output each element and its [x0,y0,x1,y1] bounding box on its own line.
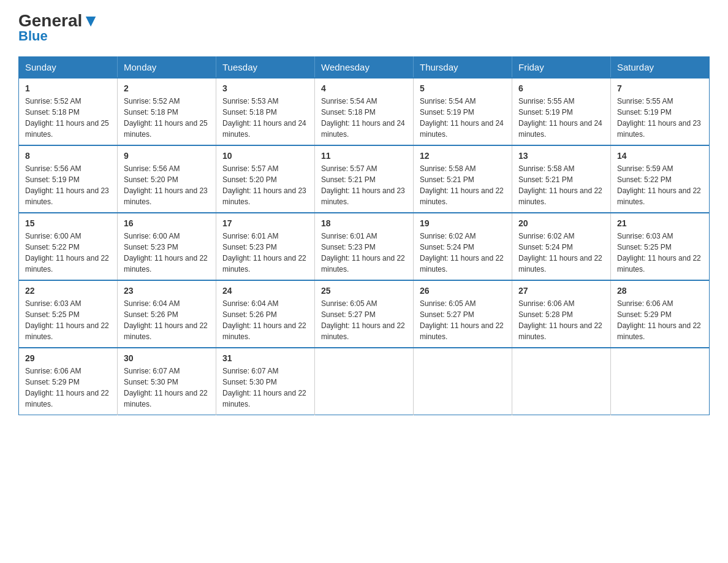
day-info: Sunrise: 6:01 AMSunset: 5:23 PMDaylight:… [321,232,405,274]
day-info: Sunrise: 5:56 AMSunset: 5:20 PMDaylight:… [124,164,208,206]
day-number: 24 [222,286,308,296]
day-info: Sunrise: 5:55 AMSunset: 5:19 PMDaylight:… [617,97,701,139]
day-info: Sunrise: 6:01 AMSunset: 5:23 PMDaylight:… [222,232,306,274]
calendar-cell: 11 Sunrise: 5:57 AMSunset: 5:21 PMDaylig… [315,145,414,213]
logo-text: General▼ [18,12,99,29]
calendar-week-row: 8 Sunrise: 5:56 AMSunset: 5:19 PMDayligh… [19,145,710,213]
day-number: 26 [420,286,506,296]
calendar-cell: 15 Sunrise: 6:00 AMSunset: 5:22 PMDaylig… [19,213,118,280]
day-header-monday: Monday [118,57,216,79]
day-header-tuesday: Tuesday [216,57,315,79]
calendar-week-row: 15 Sunrise: 6:00 AMSunset: 5:22 PMDaylig… [19,213,710,280]
day-info: Sunrise: 6:05 AMSunset: 5:27 PMDaylight:… [420,299,504,341]
calendar-cell: 12 Sunrise: 5:58 AMSunset: 5:21 PMDaylig… [414,145,512,213]
day-number: 18 [321,218,407,228]
day-info: Sunrise: 5:56 AMSunset: 5:19 PMDaylight:… [25,164,109,206]
day-number: 7 [617,83,703,93]
day-number: 30 [124,353,210,363]
calendar-cell: 23 Sunrise: 6:04 AMSunset: 5:26 PMDaylig… [118,280,216,348]
day-number: 1 [25,83,111,93]
day-info: Sunrise: 6:04 AMSunset: 5:26 PMDaylight:… [222,299,306,341]
calendar-cell: 24 Sunrise: 6:04 AMSunset: 5:26 PMDaylig… [216,280,315,348]
calendar-cell: 4 Sunrise: 5:54 AMSunset: 5:18 PMDayligh… [315,78,414,145]
day-header-friday: Friday [512,57,611,79]
calendar-week-row: 1 Sunrise: 5:52 AMSunset: 5:18 PMDayligh… [19,78,710,145]
day-info: Sunrise: 5:52 AMSunset: 5:18 PMDaylight:… [124,97,208,139]
day-header-thursday: Thursday [414,57,512,79]
calendar-cell: 21 Sunrise: 6:03 AMSunset: 5:25 PMDaylig… [611,213,710,280]
day-number: 17 [222,218,308,228]
calendar-cell [611,348,710,415]
day-info: Sunrise: 6:00 AMSunset: 5:23 PMDaylight:… [124,232,208,274]
calendar-cell: 25 Sunrise: 6:05 AMSunset: 5:27 PMDaylig… [315,280,414,348]
day-info: Sunrise: 6:06 AMSunset: 5:29 PMDaylight:… [25,367,109,408]
day-info: Sunrise: 6:03 AMSunset: 5:25 PMDaylight:… [617,232,701,274]
calendar-cell: 13 Sunrise: 5:58 AMSunset: 5:21 PMDaylig… [512,145,611,213]
logo: General▼ Blue [18,12,99,44]
day-number: 15 [25,218,111,228]
day-number: 25 [321,286,407,296]
day-info: Sunrise: 5:59 AMSunset: 5:22 PMDaylight:… [617,164,701,206]
calendar-cell: 9 Sunrise: 5:56 AMSunset: 5:20 PMDayligh… [118,145,216,213]
calendar-cell: 27 Sunrise: 6:06 AMSunset: 5:28 PMDaylig… [512,280,611,348]
calendar-cell: 16 Sunrise: 6:00 AMSunset: 5:23 PMDaylig… [118,213,216,280]
day-info: Sunrise: 5:57 AMSunset: 5:21 PMDaylight:… [321,164,405,206]
calendar-week-row: 22 Sunrise: 6:03 AMSunset: 5:25 PMDaylig… [19,280,710,348]
day-number: 20 [518,218,604,228]
day-info: Sunrise: 6:07 AMSunset: 5:30 PMDaylight:… [222,367,306,408]
calendar-cell [315,348,414,415]
day-number: 22 [25,286,111,296]
calendar-cell [414,348,512,415]
calendar-cell: 20 Sunrise: 6:02 AMSunset: 5:24 PMDaylig… [512,213,611,280]
calendar-cell: 18 Sunrise: 6:01 AMSunset: 5:23 PMDaylig… [315,213,414,280]
logo-blue-text: Blue [18,28,48,44]
day-number: 11 [321,151,407,161]
day-number: 14 [617,151,703,161]
calendar-header-row: SundayMondayTuesdayWednesdayThursdayFrid… [19,57,710,79]
day-info: Sunrise: 6:04 AMSunset: 5:26 PMDaylight:… [124,299,208,341]
day-number: 13 [518,151,604,161]
calendar-cell: 7 Sunrise: 5:55 AMSunset: 5:19 PMDayligh… [611,78,710,145]
calendar-week-row: 29 Sunrise: 6:06 AMSunset: 5:29 PMDaylig… [19,348,710,415]
day-info: Sunrise: 6:02 AMSunset: 5:24 PMDaylight:… [518,232,602,274]
calendar-cell: 14 Sunrise: 5:59 AMSunset: 5:22 PMDaylig… [611,145,710,213]
day-info: Sunrise: 5:58 AMSunset: 5:21 PMDaylight:… [420,164,504,206]
day-info: Sunrise: 6:05 AMSunset: 5:27 PMDaylight:… [321,299,405,341]
calendar-cell: 19 Sunrise: 6:02 AMSunset: 5:24 PMDaylig… [414,213,512,280]
calendar-cell: 1 Sunrise: 5:52 AMSunset: 5:18 PMDayligh… [19,78,118,145]
day-number: 12 [420,151,506,161]
day-info: Sunrise: 6:02 AMSunset: 5:24 PMDaylight:… [420,232,504,274]
day-info: Sunrise: 6:06 AMSunset: 5:29 PMDaylight:… [617,299,701,341]
calendar-cell: 17 Sunrise: 6:01 AMSunset: 5:23 PMDaylig… [216,213,315,280]
calendar-table: SundayMondayTuesdayWednesdayThursdayFrid… [18,56,710,415]
calendar-cell: 26 Sunrise: 6:05 AMSunset: 5:27 PMDaylig… [414,280,512,348]
day-number: 6 [518,83,604,93]
day-number: 2 [124,83,210,93]
day-header-saturday: Saturday [611,57,710,79]
day-info: Sunrise: 5:54 AMSunset: 5:19 PMDaylight:… [420,97,504,139]
day-info: Sunrise: 6:03 AMSunset: 5:25 PMDaylight:… [25,299,109,341]
day-number: 23 [124,286,210,296]
calendar-cell: 8 Sunrise: 5:56 AMSunset: 5:19 PMDayligh… [19,145,118,213]
calendar-cell: 29 Sunrise: 6:06 AMSunset: 5:29 PMDaylig… [19,348,118,415]
calendar-cell: 5 Sunrise: 5:54 AMSunset: 5:19 PMDayligh… [414,78,512,145]
day-number: 4 [321,83,407,93]
calendar-cell: 3 Sunrise: 5:53 AMSunset: 5:18 PMDayligh… [216,78,315,145]
day-number: 8 [25,151,111,161]
calendar-cell: 2 Sunrise: 5:52 AMSunset: 5:18 PMDayligh… [118,78,216,145]
day-number: 31 [222,353,308,363]
calendar-cell: 6 Sunrise: 5:55 AMSunset: 5:19 PMDayligh… [512,78,611,145]
day-info: Sunrise: 6:07 AMSunset: 5:30 PMDaylight:… [124,367,208,408]
day-number: 10 [222,151,308,161]
day-info: Sunrise: 5:57 AMSunset: 5:20 PMDaylight:… [222,164,306,206]
day-header-sunday: Sunday [19,57,118,79]
calendar-cell: 22 Sunrise: 6:03 AMSunset: 5:25 PMDaylig… [19,280,118,348]
day-header-wednesday: Wednesday [315,57,414,79]
day-number: 29 [25,353,111,363]
day-info: Sunrise: 6:06 AMSunset: 5:28 PMDaylight:… [518,299,602,341]
day-number: 16 [124,218,210,228]
calendar-cell [512,348,611,415]
calendar-cell: 31 Sunrise: 6:07 AMSunset: 5:30 PMDaylig… [216,348,315,415]
page-header: General▼ Blue [18,12,710,44]
day-info: Sunrise: 5:52 AMSunset: 5:18 PMDaylight:… [25,97,109,139]
